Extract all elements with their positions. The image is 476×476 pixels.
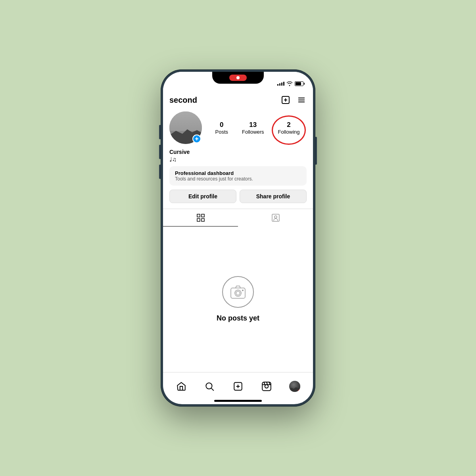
- profile-name: Cursive: [169, 149, 307, 155]
- svg-rect-8: [197, 214, 200, 217]
- followers-label: Followers: [242, 129, 264, 135]
- status-right: [277, 81, 303, 86]
- camera-icon: [230, 285, 246, 299]
- phone-frame: second: [161, 69, 315, 407]
- username-label: second: [169, 96, 197, 105]
- reels-icon: [261, 381, 272, 392]
- stats-row: 0 Posts 13 Followers 2 Following: [208, 121, 307, 135]
- menu-button[interactable]: [296, 95, 307, 105]
- followers-count: 13: [249, 121, 257, 129]
- no-posts-text: No posts yet: [217, 314, 259, 322]
- wifi-icon: [286, 81, 293, 86]
- svg-point-17: [242, 290, 244, 291]
- svg-rect-10: [197, 219, 200, 221]
- content-tabs: [163, 209, 313, 226]
- add-post-button[interactable]: [280, 95, 291, 105]
- plus-square-nav-icon: [233, 381, 243, 392]
- svg-rect-11: [202, 219, 204, 221]
- grid-icon: [196, 213, 205, 223]
- svg-rect-12: [272, 214, 279, 221]
- svg-line-19: [211, 388, 214, 390]
- pro-dashboard-subtitle: Tools and resources just for creators.: [175, 176, 301, 182]
- posts-label: Posts: [215, 129, 228, 135]
- following-label: Following: [278, 129, 300, 135]
- pro-dashboard[interactable]: Professional dashboard Tools and resourc…: [169, 166, 307, 186]
- reels-nav-item[interactable]: [258, 378, 275, 395]
- svg-rect-9: [202, 214, 204, 217]
- search-icon: [204, 381, 215, 392]
- edit-profile-button[interactable]: Edit profile: [169, 190, 236, 203]
- pro-dashboard-title: Professional dashboard: [175, 170, 301, 176]
- search-nav-item[interactable]: [201, 378, 218, 395]
- followers-stat[interactable]: 13 Followers: [242, 121, 264, 135]
- signal-icon: [277, 82, 284, 86]
- posts-stat[interactable]: 0 Posts: [215, 121, 228, 135]
- notch: [212, 72, 264, 84]
- bottom-nav: [163, 372, 313, 400]
- status-bar: [163, 72, 313, 92]
- svg-point-13: [274, 216, 277, 218]
- svg-point-18: [206, 383, 212, 389]
- svg-point-16: [236, 291, 240, 295]
- profile-section: 0 Posts 13 Followers 2 Following: [163, 108, 313, 209]
- svg-rect-14: [231, 288, 245, 298]
- home-icon: [176, 381, 186, 392]
- posts-area: No posts yet: [163, 226, 313, 372]
- avatar-wrapper[interactable]: [169, 111, 202, 144]
- home-indicator: [214, 400, 262, 402]
- following-count: 2: [287, 121, 290, 129]
- tagged-tab[interactable]: [238, 209, 313, 226]
- add-nav-item[interactable]: [230, 378, 246, 395]
- nav-icons: [280, 95, 307, 105]
- record-dot: [236, 76, 240, 79]
- profile-avatar-small: [289, 381, 300, 392]
- camera-circle: [222, 276, 254, 308]
- record-indicator: [229, 75, 247, 81]
- person-tag-icon: [271, 213, 280, 223]
- home-nav-item[interactable]: [173, 378, 190, 395]
- page-background: second: [0, 0, 476, 476]
- phone-screen: second: [163, 72, 313, 404]
- profile-nav-item[interactable]: [286, 378, 303, 395]
- posts-count: 0: [220, 121, 223, 129]
- app-content: second: [163, 92, 313, 404]
- action-buttons: Edit profile Share profile: [169, 190, 307, 203]
- profile-row: 0 Posts 13 Followers 2 Following: [169, 111, 307, 144]
- following-stat[interactable]: 2 Following: [278, 121, 300, 135]
- battery-icon: [295, 81, 303, 86]
- add-story-button[interactable]: [192, 134, 201, 143]
- svg-point-24: [265, 384, 268, 388]
- profile-bio: ♩♫: [169, 156, 307, 163]
- grid-tab[interactable]: [163, 209, 238, 226]
- share-profile-button[interactable]: Share profile: [240, 190, 307, 203]
- top-nav: second: [163, 92, 313, 108]
